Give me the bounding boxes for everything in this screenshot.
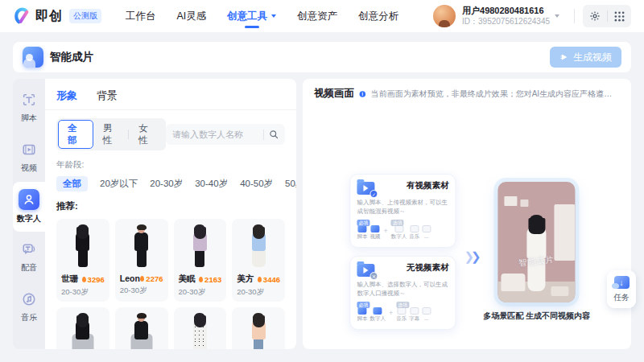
- user-info[interactable]: 用户4980280481616 ID：3952075612624345: [462, 6, 550, 27]
- chevron-down-icon: [271, 14, 276, 18]
- task-download-icon: ↓: [614, 276, 630, 289]
- digital-human-card[interactable]: 宁烟2903 20-30岁: [232, 307, 285, 349]
- digital-human-icon: [19, 189, 39, 210]
- gender-all[interactable]: 全部: [58, 120, 93, 149]
- user-id: ID：3952075612624345: [462, 17, 550, 27]
- digital-human-card[interactable]: 才吉2322 20-30岁: [115, 307, 168, 349]
- age-chip-30-40[interactable]: 30-40岁: [195, 178, 228, 190]
- plus-icon: +: [389, 309, 393, 317]
- video-preview-panel: 视频画面 当前画面为素材预览，非最终成片效果；您对AI生成内容应严格遵循国家相关…: [303, 79, 631, 349]
- sidebar-item-video[interactable]: 视频: [13, 132, 45, 182]
- video-preview-mock: 智能成片: [498, 182, 576, 302]
- search-box: [166, 124, 285, 145]
- age-chip-all[interactable]: 全部: [56, 176, 88, 191]
- cross-icon: ✕: [369, 272, 378, 280]
- without-material-card: ✕ 无视频素材 输入脚本、选择数字人，可以生成数字人口播视频～ 必填 脚本 数字…: [349, 256, 456, 330]
- nav-item-creative-assets[interactable]: 创意资产: [297, 0, 337, 33]
- more-chip-icon: [422, 225, 431, 232]
- age-chip-over-50[interactable]: 50岁以上: [285, 178, 296, 190]
- preview-title: 视频画面: [314, 87, 354, 101]
- age-chip-40-50[interactable]: 40-50岁: [240, 178, 273, 190]
- main-nav: 工作台 AI灵感 创意工具 创意资产 创意分析: [126, 0, 398, 33]
- play-icon: [559, 52, 569, 62]
- tab-background[interactable]: 背景: [97, 88, 118, 109]
- user-chevron-down-icon[interactable]: [555, 14, 559, 18]
- sidebar-item-dubbing[interactable]: 配音: [13, 232, 45, 282]
- script-chip-icon: [357, 307, 366, 315]
- avatar-image: [179, 223, 222, 271]
- left-card: 脚本 视频 数字人: [13, 79, 296, 349]
- beta-badge: 公测版: [69, 9, 101, 23]
- gender-segmented-control: 全部 男性 女性: [56, 118, 166, 150]
- digital-human-card[interactable]: 美蔓4475 20-30岁: [174, 307, 227, 349]
- music-icon: [19, 290, 39, 309]
- compliance-notice: 当前画面为素材预览，非最终成片效果；您对AI生成内容应严格遵循国家相关法律法规的…: [371, 88, 620, 100]
- hot-icon: [199, 277, 203, 282]
- music-chip-icon: [410, 225, 419, 232]
- age-filter-chips: 全部 20岁以下 20-30岁 30-40岁 40-50岁 50岁以上: [56, 176, 285, 191]
- video-chip-icon: [370, 225, 379, 232]
- digital-human-card[interactable]: 世菲7304 20-30岁: [56, 307, 109, 349]
- nav-item-creative-analysis[interactable]: 创意分析: [358, 0, 398, 33]
- filter-row: 全部 男性 女性: [56, 118, 285, 150]
- settings-gear-icon[interactable]: [589, 10, 601, 22]
- asset-tabs: 形象 背景: [56, 88, 285, 109]
- sidebar-item-digital-human[interactable]: 数字人: [13, 182, 45, 232]
- sidebar-item-script[interactable]: 脚本: [13, 82, 45, 132]
- search-input[interactable]: [172, 130, 258, 139]
- avatar[interactable]: [433, 5, 456, 27]
- nav-item-workbench[interactable]: 工作台: [126, 0, 156, 33]
- hot-icon: [82, 277, 86, 282]
- divider: [263, 130, 264, 140]
- video-icon: [19, 140, 39, 159]
- digital-human-card[interactable]: 美方3446 20-30岁: [232, 219, 285, 302]
- asset-picker-panel: 形象 背景 全部 男性 女性 年龄段:: [45, 79, 296, 349]
- music-chip-icon: [397, 307, 406, 315]
- app-logo[interactable]: 即创 公测版: [13, 7, 101, 25]
- age-chip-under-20[interactable]: 20岁以下: [100, 178, 138, 190]
- divider: [574, 9, 575, 23]
- sidebar-item-music[interactable]: 音乐: [13, 282, 45, 331]
- logo-text: 即创: [35, 8, 63, 25]
- gender-female[interactable]: 女性: [129, 120, 164, 149]
- video-folder-icon: ✓: [357, 182, 374, 195]
- smart-video-icon: [23, 47, 43, 68]
- apps-grid-icon[interactable]: [614, 11, 625, 22]
- digital-human-card[interactable]: 美眠2163 20-30岁: [174, 219, 227, 302]
- check-icon: ✓: [369, 190, 378, 198]
- recommend-label: 推荐:: [56, 200, 285, 212]
- age-filter-label: 年龄段:: [56, 159, 285, 171]
- hot-icon: [140, 276, 144, 282]
- nav-item-ai-inspiration[interactable]: AI灵感: [177, 0, 207, 33]
- plus-icon: +: [383, 227, 387, 235]
- info-icon: [359, 89, 366, 99]
- digital-human-chip-icon: [374, 307, 382, 315]
- utility-icons: [583, 5, 631, 27]
- more-chip-icon: [422, 307, 431, 315]
- gender-male[interactable]: 男性: [93, 120, 129, 149]
- top-navbar: 即创 公测版 工作台 AI灵感 创意工具 创意资产 创意分析 用户4980280…: [0, 0, 644, 32]
- generate-video-button[interactable]: 生成视频: [550, 47, 621, 68]
- digital-human-grid: 世珊3296 20-30岁 Leon2276 20-30岁 美眠2163 20-…: [56, 219, 285, 349]
- avatar-image: [179, 311, 222, 349]
- age-chip-20-30[interactable]: 20-30岁: [150, 178, 183, 190]
- subtitle-chip-icon: [410, 307, 419, 315]
- task-float-button[interactable]: ↓ 任务: [607, 270, 636, 308]
- digital-human-card[interactable]: 世珊3296 20-30岁: [56, 219, 109, 302]
- page-header: 智能成片 生成视频: [13, 42, 631, 72]
- dubbing-icon: [19, 240, 39, 259]
- nav-item-creative-tools[interactable]: 创意工具: [227, 0, 276, 33]
- avatar-image: [237, 311, 280, 349]
- preview-header: 视频画面 当前画面为素材预览，非最终成片效果；您对AI生成内容应严格遵循国家相关…: [314, 87, 620, 101]
- avatar-image: [61, 223, 105, 271]
- tab-figure[interactable]: 形象: [56, 88, 77, 109]
- logo-icon: [13, 7, 31, 25]
- double-chevron-icon: ❯❯: [464, 250, 481, 262]
- main-content: 脚本 视频 数字人: [13, 79, 631, 349]
- script-chip-icon: [357, 225, 366, 232]
- search-icon[interactable]: [269, 130, 279, 139]
- divider: [45, 109, 296, 110]
- digital-human-chip-icon: [394, 225, 403, 232]
- empty-state-flow: ✓ 有视频素材 输入脚本、上传视频素材，可以生成智能混剪视频～ 必填 脚本 视频…: [349, 174, 584, 330]
- digital-human-card[interactable]: Leon2276 20-30岁: [115, 219, 168, 302]
